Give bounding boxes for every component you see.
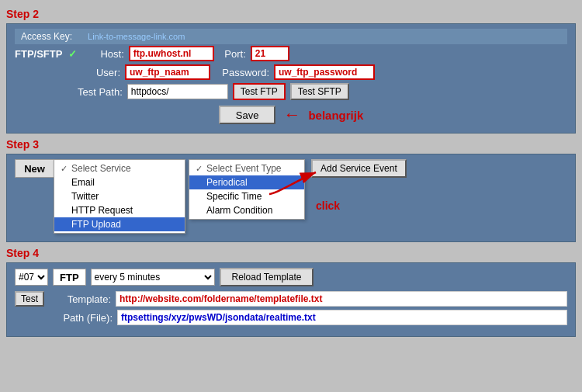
top-bar: Access Key: Link-to-message-link.com [15, 29, 567, 44]
step2-label: Step 2 [6, 8, 576, 20]
path-value: ftpsettings/xyz/pwsWD/jsondata/realtime.… [117, 310, 567, 325]
event-check-icon: ✓ [196, 164, 203, 174]
step4-section: #07 FTP every 5 minutes every 1 minute e… [6, 262, 576, 337]
ftp-row1: FTP/SFTP ✓ Host: Port: [15, 46, 567, 61]
save-arrow-icon: ← [283, 105, 300, 125]
interval-select[interactable]: every 5 minutes every 1 minute every 10 … [91, 269, 215, 286]
user-label: User: [78, 67, 120, 78]
path-label: Path (File): [50, 312, 113, 324]
service-twitter[interactable]: Twitter [54, 189, 185, 203]
service-ftp[interactable]: FTP Upload [54, 217, 185, 231]
event-alarm-label: Alarm Condition [206, 205, 272, 216]
testpath-label: Test Path: [78, 86, 123, 98]
ftp-sftp-label: FTP/SFTP ✓ [15, 48, 77, 60]
page-wrapper: Step 2 Access Key: Link-to-message-link.… [0, 0, 582, 348]
password-input[interactable] [274, 64, 375, 80]
number-select[interactable]: #07 [15, 269, 48, 286]
add-service-event-button[interactable]: Add Service Event [311, 159, 407, 178]
new-label: New [15, 159, 54, 178]
step4-row2: Test Template: http://website.com/folder… [15, 291, 567, 307]
event-periodical-label: Periodical [206, 177, 248, 188]
reload-template-button[interactable]: Reload Template [220, 268, 314, 286]
testpath-input[interactable] [127, 84, 228, 99]
service-header[interactable]: ✓ Select Service [54, 161, 185, 175]
access-key-label: Access Key: [21, 31, 72, 42]
test-ftp-button[interactable]: Test FTP [233, 83, 286, 100]
step3-section: New ✓ Select Service Email Twitter H [6, 154, 576, 242]
service-dropdown[interactable]: ✓ Select Service Email Twitter HTTP Requ… [54, 159, 185, 234]
user-input[interactable] [125, 64, 210, 80]
step4-row3: Path (File): ftpsettings/xyz/pwsWD/jsond… [15, 310, 567, 325]
port-input[interactable] [251, 46, 289, 61]
service-email-label: Email [71, 177, 95, 188]
event-alarm[interactable]: Alarm Condition [189, 203, 304, 217]
template-url: http://website.com/foldername/templatefi… [116, 291, 567, 307]
host-label: Host: [81, 48, 124, 60]
step3-arrow-icon [262, 163, 324, 202]
service-http[interactable]: HTTP Request [54, 203, 185, 217]
save-row: Save ← belangrijk [15, 105, 567, 125]
step2-section: Access Key: Link-to-message-link.com FTP… [6, 23, 576, 134]
test-sftp-button[interactable]: Test SFTP [290, 83, 349, 100]
add-service-area: Add Service Event click [308, 159, 407, 212]
step3-label: Step 3 [6, 138, 576, 151]
service-header-label: Select Service [71, 163, 131, 174]
step4-label: Step 4 [6, 247, 576, 259]
save-button[interactable]: Save [219, 106, 276, 124]
service-http-label: HTTP Request [71, 205, 133, 216]
belangrijk-label: belangrijk [308, 109, 363, 122]
template-label: Template: [49, 293, 111, 305]
service-email[interactable]: Email [54, 175, 185, 189]
step4-row1: #07 FTP every 5 minutes every 1 minute e… [15, 268, 567, 286]
port-label: Port: [219, 48, 246, 60]
service-check-icon: ✓ [61, 164, 68, 174]
service-ftp-label: FTP Upload [71, 219, 121, 230]
ftp-row3: Test Path: Test FTP Test SFTP [15, 83, 567, 100]
host-input[interactable] [129, 46, 214, 61]
service-twitter-label: Twitter [71, 191, 99, 202]
event-specific-label: Specific Time [206, 191, 262, 202]
ftp-tag: FTP [53, 269, 86, 286]
password-label: Password: [215, 67, 269, 78]
ftp-checkmark: ✓ [68, 48, 77, 60]
test-button[interactable]: Test [15, 291, 44, 307]
show-link[interactable]: Link-to-message-link.com [88, 32, 185, 41]
step3-row: New ✓ Select Service Email Twitter H [15, 159, 567, 234]
ftp-row2: User: Password: [15, 64, 567, 80]
